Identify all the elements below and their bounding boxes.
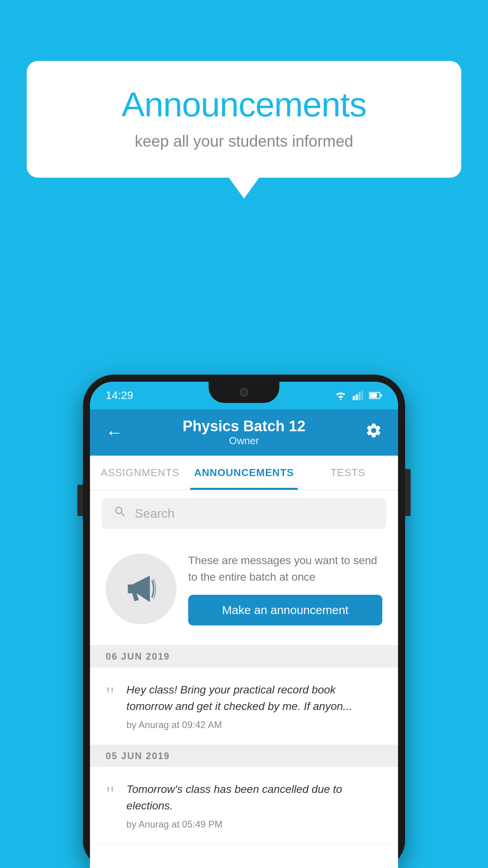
- app-bar: ← Physics Batch 12 Owner: [90, 409, 398, 456]
- svg-rect-1: [356, 394, 358, 400]
- svg-rect-0: [353, 396, 355, 400]
- announcement-author-1: by Anurag at 09:42 AM: [127, 719, 382, 730]
- promo-right: These are messages you want to send to t…: [188, 552, 382, 625]
- bottom-space: [90, 844, 398, 868]
- tab-assignments[interactable]: ASSIGNMENTS: [90, 456, 190, 490]
- announcement-item-1[interactable]: " Hey class! Bring your practical record…: [90, 668, 398, 745]
- svg-rect-3: [361, 391, 363, 400]
- settings-button[interactable]: [365, 422, 382, 443]
- search-icon: [114, 505, 127, 522]
- status-icons: [334, 391, 382, 400]
- make-announcement-button[interactable]: Make an announcement: [188, 595, 382, 625]
- phone-mockup: 14:29: [83, 375, 405, 868]
- svg-rect-2: [358, 392, 360, 400]
- search-placeholder: Search: [135, 506, 174, 521]
- status-time: 14:29: [106, 389, 133, 402]
- tab-announcements[interactable]: ANNOUNCEMENTS: [190, 456, 298, 490]
- phone-outer-frame: 14:29: [83, 375, 405, 868]
- camera: [240, 388, 248, 397]
- announcement-promo: These are messages you want to send to t…: [90, 537, 398, 645]
- battery-icon: [369, 392, 382, 399]
- promo-icon-circle: [106, 554, 176, 624]
- promo-description: These are messages you want to send to t…: [188, 552, 382, 585]
- tabs-bar: ASSIGNMENTS ANNOUNCEMENTS TESTS: [90, 456, 398, 490]
- status-bar: 14:29: [90, 382, 398, 409]
- quote-icon-2: ": [106, 783, 115, 805]
- app-bar-center: Physics Batch 12 Owner: [123, 418, 365, 447]
- app-bar-subtitle: Owner: [123, 435, 365, 447]
- app-bar-title: Physics Batch 12: [123, 418, 365, 435]
- signal-icon: [352, 391, 363, 400]
- speech-bubble-card: Announcements keep all your students inf…: [27, 61, 461, 178]
- announcement-text-2: Tomorrow's class has been cancelled due …: [127, 781, 382, 830]
- announcement-item-2[interactable]: " Tomorrow's class has been cancelled du…: [90, 767, 398, 844]
- back-button[interactable]: ←: [106, 423, 123, 442]
- quote-icon-1: ": [106, 684, 115, 706]
- svg-rect-5: [370, 393, 377, 398]
- bubble-title: Announcements: [58, 85, 430, 125]
- svg-rect-6: [380, 394, 382, 397]
- tab-tests[interactable]: TESTS: [298, 456, 398, 490]
- announcement-text-1: Hey class! Bring your practical record b…: [127, 682, 382, 730]
- search-bar[interactable]: Search: [102, 498, 386, 529]
- megaphone-icon: [123, 571, 159, 607]
- date-separator-1: 06 JUN 2019: [90, 645, 398, 668]
- announcement-message-2: Tomorrow's class has been cancelled due …: [127, 781, 382, 814]
- bubble-subtitle: keep all your students informed: [58, 132, 430, 150]
- bubble-arrow: [228, 177, 260, 199]
- announcement-message-1: Hey class! Bring your practical record b…: [127, 682, 382, 715]
- wifi-icon: [334, 391, 347, 400]
- search-container: Search: [90, 490, 398, 537]
- announcement-author-2: by Anurag at 05:49 PM: [127, 819, 382, 830]
- speech-bubble-section: Announcements keep all your students inf…: [27, 61, 461, 199]
- date-separator-2: 05 JUN 2019: [90, 745, 398, 767]
- phone-screen: 14:29: [90, 382, 398, 868]
- notch-cutout: [209, 382, 279, 403]
